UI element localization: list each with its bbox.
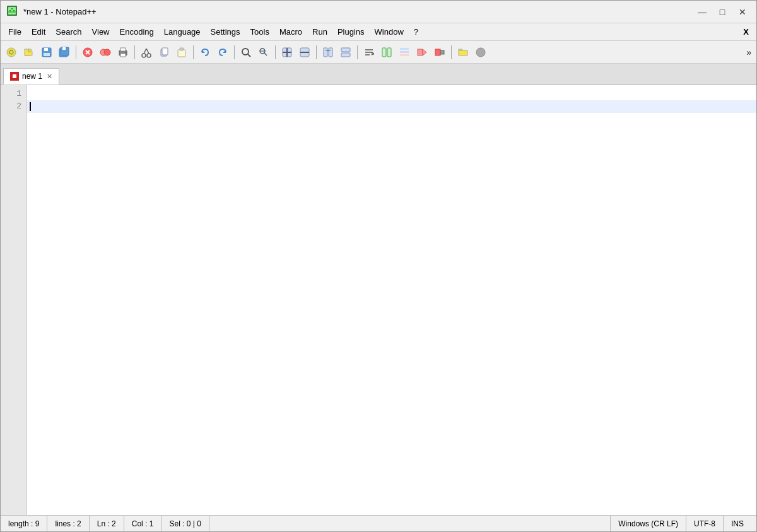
toolbar-sep-2 [134, 45, 135, 59]
line-numbers: 1 2 [1, 85, 27, 515]
svg-line-35 [248, 54, 250, 57]
menu-window[interactable]: Window [370, 25, 409, 39]
cursor [30, 102, 31, 111]
svg-rect-29 [162, 48, 168, 55]
toolbar-print-button[interactable] [115, 44, 131, 61]
toolbar-sep-5 [275, 45, 276, 59]
toolbar-macro-record-button[interactable] [414, 44, 430, 61]
toolbar-sep-4 [234, 45, 235, 59]
toolbar-find-in-files-button[interactable] [255, 44, 272, 61]
menu-settings[interactable]: Settings [206, 25, 245, 39]
toolbar-open-folder-button[interactable] [455, 44, 471, 61]
menu-tools[interactable]: Tools [245, 25, 274, 39]
menu-help[interactable]: ? [409, 25, 423, 39]
toolbar-zoom-out-button[interactable] [296, 44, 313, 61]
toolbar-macro-stop-button[interactable] [431, 44, 448, 61]
svg-rect-45 [329, 48, 332, 57]
menu-plugins[interactable]: Plugins [332, 25, 370, 39]
status-ln: Ln : 2 [90, 516, 124, 531]
menu-run[interactable]: Run [307, 25, 332, 39]
svg-rect-1 [8, 7, 16, 14]
svg-line-37 [264, 53, 267, 55]
status-bar: length : 9 lines : 2 Ln : 2 Col : 1 Sel … [1, 515, 756, 531]
svg-rect-56 [400, 51, 409, 53]
svg-point-23 [125, 52, 126, 53]
status-encoding: UTF-8 [686, 516, 723, 531]
toolbar-find-button[interactable] [238, 44, 254, 61]
tab-close-button[interactable]: ✕ [47, 72, 52, 81]
menu-file[interactable]: File [3, 25, 26, 39]
svg-point-34 [242, 49, 249, 55]
title-bar: *new 1 - Notepad++ — □ ✕ [1, 1, 756, 23]
toolbar-sep-7 [357, 45, 358, 59]
title-controls: — □ ✕ [693, 5, 751, 19]
maximize-button[interactable]: □ [713, 5, 731, 19]
svg-rect-44 [324, 48, 327, 57]
toolbar-undo-button[interactable] [197, 44, 213, 61]
toolbar-sync-v-button[interactable] [320, 44, 336, 61]
status-sel: Sel : 0 | 0 [161, 516, 209, 531]
status-ins: INS [723, 516, 751, 531]
toolbar-close-button[interactable] [79, 44, 96, 61]
status-eol: Windows (CR LF) [610, 516, 686, 531]
svg-rect-2 [9, 10, 11, 11]
toolbar-new-button[interactable] [3, 44, 20, 61]
svg-rect-57 [400, 54, 409, 56]
minimize-button[interactable]: — [693, 5, 711, 19]
svg-marker-33 [223, 50, 226, 53]
toolbar-close-all-button[interactable] [97, 44, 114, 61]
window-title: *new 1 - Notepad++ [23, 7, 97, 16]
line-number-2: 2 [1, 100, 26, 113]
toolbar-sep-8 [451, 45, 452, 59]
svg-rect-3 [11, 8, 13, 9]
tab-bar: new 1 ✕ [1, 64, 756, 85]
svg-point-24 [142, 54, 146, 57]
svg-rect-31 [180, 48, 184, 50]
editor-line-2 [27, 100, 756, 113]
menu-language[interactable]: Language [159, 25, 206, 39]
menu-search[interactable]: Search [50, 25, 86, 39]
toolbar-zoom-in-button[interactable] [279, 44, 295, 61]
toolbar-save-button[interactable] [38, 44, 55, 61]
svg-rect-14 [62, 47, 66, 50]
toolbar-cut-button[interactable] [138, 44, 155, 61]
menu-edit[interactable]: Edit [26, 25, 50, 39]
menu-close-button[interactable]: X [738, 25, 754, 39]
svg-rect-63 [13, 74, 16, 78]
menu-view[interactable]: View [87, 25, 115, 39]
svg-rect-21 [120, 48, 126, 51]
toolbar-save-all-button[interactable] [56, 44, 73, 61]
menu-encoding[interactable]: Encoding [115, 25, 159, 39]
title-left: *new 1 - Notepad++ [6, 4, 97, 20]
svg-rect-22 [120, 54, 126, 57]
toolbar-open-button[interactable] [21, 44, 37, 61]
toolbar-overflow-button[interactable]: » [744, 46, 754, 59]
svg-rect-60 [440, 50, 444, 54]
toolbar-copy-button[interactable] [156, 44, 172, 61]
toolbar-paste-button[interactable] [173, 44, 190, 61]
menu-macro[interactable]: Macro [274, 25, 307, 39]
toolbar: » [1, 41, 756, 64]
svg-rect-4 [13, 10, 15, 11]
tab-icon [10, 72, 19, 81]
toolbar-indent-guide-button[interactable] [396, 44, 413, 61]
svg-rect-41 [286, 48, 288, 57]
svg-point-7 [9, 50, 13, 54]
toolbar-sync-h-button[interactable] [337, 44, 354, 61]
close-button[interactable]: ✕ [734, 5, 751, 19]
menu-bar: File Edit Search View Encoding Language … [1, 23, 756, 41]
toolbar-word-wrap-button[interactable] [361, 44, 377, 61]
tab-new1[interactable]: new 1 ✕ [3, 68, 59, 84]
svg-rect-55 [400, 48, 409, 50]
svg-rect-30 [178, 50, 185, 57]
svg-rect-58 [418, 49, 423, 55]
status-lines: lines : 2 [47, 516, 89, 531]
toolbar-special-chars-button[interactable] [378, 44, 395, 61]
toolbar-gray-button[interactable] [472, 44, 489, 61]
editor-textarea[interactable] [27, 85, 756, 515]
svg-rect-47 [341, 48, 350, 52]
svg-line-27 [146, 49, 149, 54]
svg-line-26 [144, 49, 146, 54]
editor-container: 1 2 [1, 85, 756, 515]
toolbar-redo-button[interactable] [214, 44, 231, 61]
